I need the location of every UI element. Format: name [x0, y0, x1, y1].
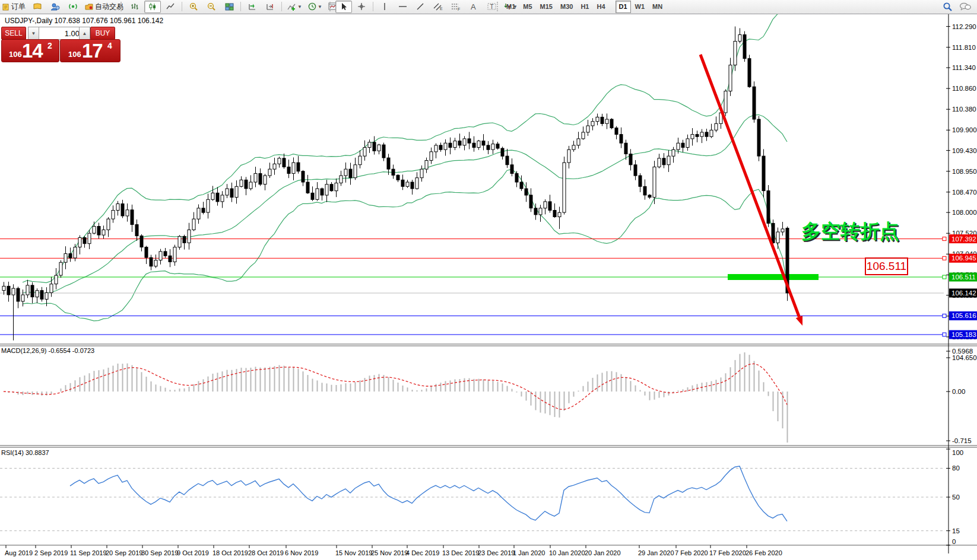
chart-canvas[interactable]: 112.290111.810111.340110.860110.380109.9…: [0, 14, 977, 560]
toolbar-grip: [329, 2, 332, 11]
candle-body: [335, 183, 338, 191]
chat-button[interactable]: [957, 1, 973, 13]
candle-body: [17, 288, 20, 301]
search-button[interactable]: [939, 1, 956, 13]
timeframe-M5[interactable]: M5: [519, 1, 535, 13]
candle-chart-mode-button[interactable]: [144, 1, 161, 13]
periods-button[interactable]: ▼: [306, 1, 325, 13]
community-button[interactable]: [47, 1, 64, 13]
timeframe-M1[interactable]: M1: [503, 1, 519, 13]
auto-scroll-button[interactable]: [244, 1, 261, 13]
trendline-tool-button[interactable]: [412, 1, 429, 13]
rsi-tick-label: 100: [952, 449, 963, 456]
candle-body: [254, 173, 257, 182]
candle-body: [634, 165, 637, 176]
timeframe-H4[interactable]: H4: [593, 1, 608, 13]
price-tick-label: 108.000: [952, 209, 977, 216]
candle-body: [59, 262, 62, 275]
candle-body: [21, 295, 24, 301]
svg-text:A: A: [471, 2, 476, 11]
lot-decrease-button[interactable]: ▼: [28, 27, 39, 40]
price-tick-label: 108.950: [952, 168, 977, 175]
cloud-person-icon: [50, 2, 60, 11]
svg-text:T: T: [490, 4, 493, 10]
bar-chart-mode-button[interactable]: [126, 1, 143, 13]
cursor-arrow-icon: [340, 2, 348, 11]
sell-button-label: SELL: [5, 29, 22, 37]
candle-body: [78, 238, 81, 247]
timeframe-H1[interactable]: H1: [577, 1, 592, 13]
new-order-button[interactable]: 订单: [0, 1, 28, 13]
price-tick-label: 110.380: [952, 106, 976, 113]
time-label: 25 Nov 2019: [371, 549, 408, 556]
support-highlight-bar[interactable]: [728, 274, 819, 280]
candle-body: [373, 142, 376, 151]
sell-price-box[interactable]: 106 14 2: [1, 39, 59, 62]
lot-size-input[interactable]: [39, 27, 83, 40]
candle-body: [340, 176, 342, 183]
candle-body: [240, 180, 243, 186]
price-tick-label: 110.860: [952, 85, 976, 92]
indicators-icon: [287, 2, 297, 11]
candle-body: [762, 156, 765, 191]
buy-button[interactable]: BUY: [90, 27, 115, 40]
crosshair-tool-button[interactable]: [353, 1, 370, 13]
indicators-button[interactable]: ▼: [285, 1, 304, 13]
zoom-out-button[interactable]: [203, 1, 220, 13]
candle-body: [572, 145, 575, 149]
trend-arrow[interactable]: [700, 55, 802, 326]
timeframe-MN[interactable]: MN: [649, 1, 666, 13]
candle-body: [202, 208, 205, 212]
candle-body: [468, 139, 471, 143]
candle-body: [605, 119, 608, 123]
cursor-tool-button[interactable]: [335, 1, 352, 13]
macd-tick-label: -0.715: [952, 437, 972, 444]
chart-shift-button[interactable]: [262, 1, 278, 13]
fibonacci-tool-button[interactable]: F: [448, 1, 464, 13]
candle-body: [776, 232, 779, 243]
hline-tool-button[interactable]: [394, 1, 411, 13]
candle-body: [221, 195, 224, 202]
timeframe-M30[interactable]: M30: [557, 1, 576, 13]
lot-increase-button[interactable]: ▲: [79, 27, 90, 40]
timeframe-W1[interactable]: W1: [632, 1, 649, 13]
time-label: Aug 2019: [5, 549, 33, 556]
zoom-out-icon: [207, 2, 216, 11]
zoom-in-button[interactable]: [185, 1, 202, 13]
turning-point-annotation: 多空转折点: [801, 218, 899, 245]
candle-body: [363, 148, 366, 157]
time-label: 15 Nov 2019: [335, 549, 372, 556]
symbol-ohlc-readout: USDJPY-,Daily 107.638 107.676 105.961 10…: [5, 17, 163, 25]
candle-body: [287, 167, 290, 173]
candle-body: [235, 186, 238, 197]
candle-body: [577, 139, 580, 145]
candle-body: [501, 148, 504, 156]
candle-body: [211, 193, 214, 199]
candle-body: [434, 145, 437, 152]
vline-tool-button[interactable]: [376, 1, 393, 13]
candle-body: [734, 42, 737, 65]
candle-body: [268, 169, 271, 176]
time-label: 11 Sep 2019: [70, 549, 107, 556]
channel-tool-button[interactable]: E: [430, 1, 446, 13]
tile-windows-button[interactable]: [221, 1, 237, 13]
candle-body: [643, 186, 646, 195]
signals-button[interactable]: [65, 1, 81, 13]
toolbar-separator: [373, 2, 373, 11]
candle-body: [69, 254, 72, 258]
buy-price-box[interactable]: 106 17 4: [60, 39, 120, 62]
sell-button[interactable]: SELL: [1, 27, 26, 40]
toolbar-separator: [240, 2, 241, 11]
candle-body: [715, 123, 718, 130]
timeframe-D1[interactable]: D1: [616, 1, 631, 13]
line-chart-mode-button[interactable]: [162, 1, 179, 13]
time-label: 20 Jan 2020: [585, 549, 621, 556]
price-tick-label: 108.470: [952, 189, 977, 196]
text-tool-button[interactable]: A: [465, 1, 482, 13]
toolbar-grip: [120, 2, 123, 11]
timeframe-M15[interactable]: M15: [537, 1, 556, 13]
candle-body: [624, 143, 627, 154]
candle-body: [226, 189, 229, 195]
market-watch-button[interactable]: [29, 1, 46, 13]
time-label: 1 Jan 2020: [513, 549, 545, 556]
